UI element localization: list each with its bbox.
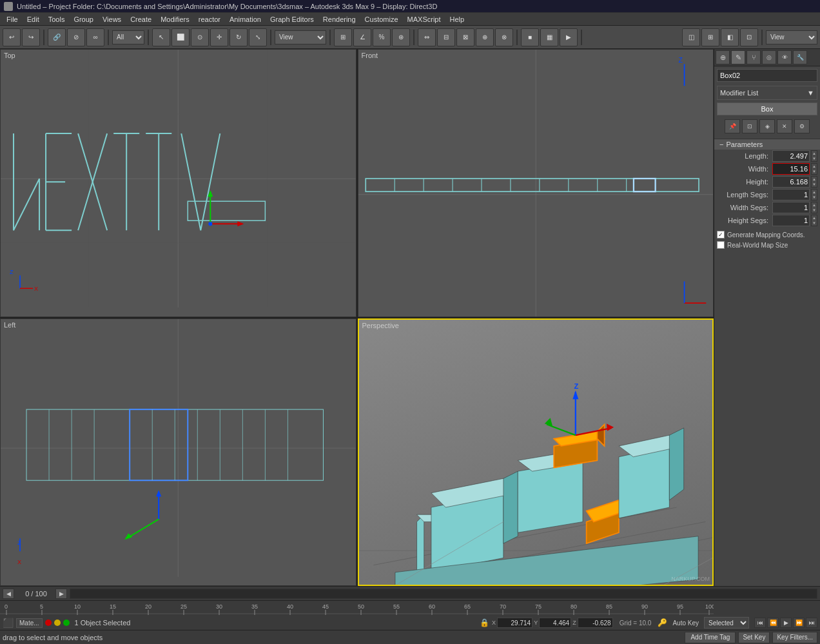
timeline-track[interactable] xyxy=(70,589,817,599)
add-time-tag-button[interactable]: Add Time Tag xyxy=(685,632,736,643)
real-world-map-checkbox[interactable] xyxy=(717,241,725,249)
y-coord-input[interactable] xyxy=(539,618,571,628)
timeline-right-btn[interactable]: ▶ xyxy=(55,589,67,599)
length-segs-spinner-down[interactable]: ▼ xyxy=(812,195,817,200)
length-spinner-down[interactable]: ▼ xyxy=(812,156,817,161)
show-end-result-button[interactable]: ⊡ xyxy=(742,119,757,133)
width-segs-spinner-up[interactable]: ▲ xyxy=(812,202,817,208)
set-key-button[interactable]: Set Key xyxy=(738,632,770,643)
generate-mapping-checkbox[interactable]: ✓ xyxy=(717,231,725,239)
configure-sets-button[interactable]: ⚙ xyxy=(794,119,810,133)
height-spinner-up[interactable]: ▲ xyxy=(812,177,817,182)
width-segs-spinner[interactable]: ▲ ▼ xyxy=(811,202,817,213)
length-segs-input[interactable] xyxy=(772,189,810,200)
place-highlight-button[interactable]: ⊕ xyxy=(476,28,494,46)
menu-animation[interactable]: Animation xyxy=(226,15,265,24)
menu-rendering[interactable]: Rendering xyxy=(319,15,360,24)
menu-edit[interactable]: Edit xyxy=(23,15,43,24)
spinner-snap-button[interactable]: ⊛ xyxy=(392,28,410,46)
normal-align-button[interactable]: ⊠ xyxy=(456,28,474,46)
anim-prev-button[interactable]: ⏪ xyxy=(767,618,779,628)
anim-start-button[interactable]: ⏮ xyxy=(754,618,766,628)
length-spinner-up[interactable]: ▲ xyxy=(812,151,817,156)
filter-select[interactable]: All xyxy=(112,30,144,44)
menu-tools[interactable]: Tools xyxy=(44,15,69,24)
percent-snap-button[interactable]: % xyxy=(373,28,391,46)
rp-tab-motion[interactable]: ◎ xyxy=(762,50,776,64)
width-segs-spinner-down[interactable]: ▼ xyxy=(812,208,817,213)
views-btn-2[interactable]: ⊞ xyxy=(701,28,719,46)
menu-modifiers[interactable]: Modifiers xyxy=(157,15,193,24)
make-unique-button[interactable]: ◈ xyxy=(759,119,775,133)
views-btn-1[interactable]: ◫ xyxy=(682,28,700,46)
length-segs-spinner-up[interactable]: ▲ xyxy=(812,190,817,195)
viewport-perspective[interactable]: Perspective xyxy=(358,318,714,587)
length-input[interactable] xyxy=(772,150,810,162)
view-select[interactable]: View xyxy=(275,30,326,44)
mirror-button[interactable]: ⇔ xyxy=(418,28,436,46)
anim-play-button[interactable]: ▶ xyxy=(780,618,792,628)
align-button[interactable]: ⊟ xyxy=(437,28,455,46)
snap-toggle-button[interactable]: ⊞ xyxy=(334,28,352,46)
rp-tab-utilities[interactable]: 🔧 xyxy=(793,50,807,64)
viewport-left[interactable]: Left xyxy=(0,318,356,587)
menu-maxscript[interactable]: MAXScript xyxy=(404,15,445,24)
select-region-button[interactable]: ⬜ xyxy=(171,28,190,46)
viewport-front[interactable]: Front Z xyxy=(358,49,714,317)
move-button[interactable]: ✛ xyxy=(210,28,228,46)
render-button[interactable]: ▶ xyxy=(560,28,578,46)
length-segs-spinner[interactable]: ▲ ▼ xyxy=(811,189,817,200)
menu-file[interactable]: File xyxy=(3,15,22,24)
height-input[interactable] xyxy=(772,176,810,188)
viewport-top[interactable]: Top xyxy=(0,49,356,317)
height-segs-input[interactable] xyxy=(772,215,810,226)
timeline-left-btn[interactable]: ◀ xyxy=(3,589,14,599)
height-segs-spinner-up[interactable]: ▲ xyxy=(812,215,817,220)
pin-stack-button[interactable]: 📌 xyxy=(725,119,740,133)
menu-help[interactable]: Help xyxy=(446,15,469,24)
rotate-button[interactable]: ↻ xyxy=(229,28,248,46)
link-button[interactable]: 🔗 xyxy=(48,28,66,46)
width-segs-input[interactable] xyxy=(772,202,810,213)
length-spinner[interactable]: ▲ ▼ xyxy=(811,150,817,162)
object-name-input[interactable] xyxy=(717,69,817,82)
view-type-select[interactable]: View xyxy=(766,30,817,44)
selected-dropdown[interactable]: Selected All xyxy=(704,617,749,629)
material-button[interactable]: Mate... xyxy=(16,618,43,628)
width-input[interactable] xyxy=(772,163,810,175)
menu-customize[interactable]: Customize xyxy=(361,15,402,24)
views-btn-4[interactable]: ⊡ xyxy=(740,28,758,46)
menu-views[interactable]: Views xyxy=(99,15,125,24)
bind-button[interactable]: ∞ xyxy=(86,28,104,46)
material-editor-button[interactable]: ■ xyxy=(521,28,539,46)
modifier-list-dropdown[interactable]: Modifier List ▼ xyxy=(717,86,817,100)
key-filters-button[interactable]: Key Filters... xyxy=(772,632,817,643)
height-segs-spinner[interactable]: ▲ ▼ xyxy=(811,215,817,226)
scale-button[interactable]: ⤡ xyxy=(249,28,267,46)
unlink-button[interactable]: ⊘ xyxy=(67,28,85,46)
width-spinner-down[interactable]: ▼ xyxy=(812,169,817,174)
height-spinner[interactable]: ▲ ▼ xyxy=(811,176,817,188)
redo-button[interactable]: ↪ xyxy=(22,28,40,46)
z-coord-input[interactable] xyxy=(578,618,613,628)
angle-snap-button[interactable]: ∠ xyxy=(353,28,371,46)
rp-tab-hierarchy[interactable]: ⑂ xyxy=(747,50,761,64)
menu-reactor[interactable]: reactor xyxy=(195,15,224,24)
rp-tab-display[interactable]: 👁 xyxy=(777,50,792,64)
render-setup-button[interactable]: ▦ xyxy=(540,28,558,46)
width-spinner-up[interactable]: ▲ xyxy=(812,164,817,169)
x-coord-input[interactable] xyxy=(497,618,532,628)
menu-group[interactable]: Group xyxy=(70,15,97,24)
menu-create[interactable]: Create xyxy=(126,15,155,24)
parameters-header[interactable]: − Parameters xyxy=(714,139,820,150)
views-btn-3[interactable]: ◧ xyxy=(721,28,739,46)
height-spinner-down[interactable]: ▼ xyxy=(812,182,817,187)
rp-tab-modify[interactable]: ✎ xyxy=(731,50,745,64)
select-button[interactable]: ↖ xyxy=(152,28,170,46)
anim-end-button[interactable]: ⏭ xyxy=(806,618,817,628)
select-type-button[interactable]: ⊙ xyxy=(191,28,209,46)
width-spinner[interactable]: ▲ ▼ xyxy=(811,163,817,175)
rp-tab-create[interactable]: ⊕ xyxy=(716,50,730,64)
height-segs-spinner-down[interactable]: ▼ xyxy=(812,220,817,226)
undo-button[interactable]: ↩ xyxy=(3,28,21,46)
